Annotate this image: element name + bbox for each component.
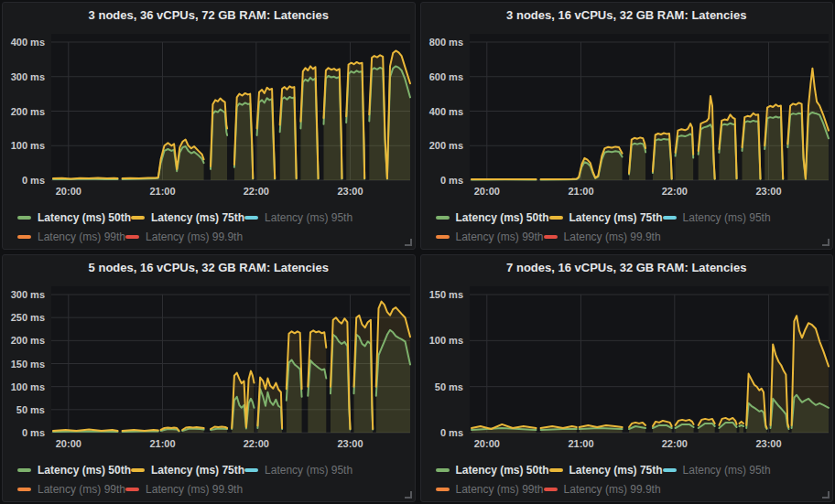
x-tick-label: 21:00 [568, 438, 593, 449]
legend-item-p95[interactable]: Latency (ms) 95th [663, 208, 771, 227]
legend-label: Latency (ms) 50th [38, 211, 131, 224]
y-tick-label: 600 ms [428, 71, 462, 82]
panel-resize-handle-icon[interactable] [405, 491, 412, 499]
p999-series-dash-icon [125, 488, 139, 491]
x-tick-label: 21:00 [568, 186, 593, 197]
p999-series-dash-icon [544, 488, 558, 491]
legend-label: Latency (ms) 99.9th [146, 483, 243, 496]
legend-item-p75[interactable]: Latency (ms) 75th [131, 460, 244, 479]
legend-label: Latency (ms) 95th [265, 211, 352, 224]
legend: Latency (ms) 50thLatency (ms) 75thLatenc… [421, 458, 833, 499]
legend-item-p99[interactable]: Latency (ms) 99th [17, 479, 125, 499]
panel-resize-handle-icon[interactable] [822, 491, 830, 499]
legend-item-p999[interactable]: Latency (ms) 99.9th [544, 227, 661, 246]
panel-title[interactable]: 7 nodes, 16 vCPUs, 32 GB RAM: Latencies [421, 255, 833, 279]
legend-item-p999[interactable]: Latency (ms) 99.9th [544, 479, 661, 499]
legend-item-p75[interactable]: Latency (ms) 75th [549, 208, 663, 227]
x-tick-label: 21:00 [149, 438, 175, 449]
x-tick-label: 23:00 [337, 438, 363, 449]
x-tick-label: 22:00 [661, 186, 687, 197]
panel-5-nodes-16-vcpus: 5 nodes, 16 vCPUs, 32 GB RAM: Latencies … [2, 254, 416, 502]
legend-label: Latency (ms) 95th [265, 464, 352, 477]
y-tick-label: 0 ms [439, 427, 462, 438]
p75-series-dash-icon [131, 468, 145, 472]
p99-series-dash-icon [436, 235, 450, 239]
p50-series-dash-icon [17, 216, 31, 220]
x-tick-label: 23:00 [755, 186, 781, 197]
legend-item-p99[interactable]: Latency (ms) 99th [17, 227, 125, 246]
legend-label: Latency (ms) 99.9th [564, 483, 661, 496]
y-tick-label: 800 ms [428, 37, 462, 48]
legend-item-p50[interactable]: Latency (ms) 50th [436, 460, 549, 479]
legend-label: Latency (ms) 75th [151, 464, 244, 477]
y-tick-label: 400 ms [428, 106, 462, 117]
legend-item-p75[interactable]: Latency (ms) 75th [549, 460, 663, 479]
legend-label: Latency (ms) 95th [683, 464, 771, 477]
legend-item-p95[interactable]: Latency (ms) 95th [244, 208, 352, 227]
legend-label: Latency (ms) 99th [456, 483, 544, 496]
panel-3-nodes-16-vcpus: 3 nodes, 16 vCPUs, 32 GB RAM: Latencies … [420, 2, 834, 250]
legend-item-p999[interactable]: Latency (ms) 99.9th [125, 479, 243, 499]
y-tick-label: 100 ms [11, 140, 45, 151]
latency-chart[interactable]: 0 ms100 ms200 ms300 ms400 ms20:0021:0022… [3, 27, 416, 206]
p99-series-dash-icon [17, 235, 31, 239]
legend-item-p50[interactable]: Latency (ms) 50th [17, 460, 131, 479]
legend-item-p95[interactable]: Latency (ms) 95th [244, 460, 352, 479]
panel-7-nodes-16-vcpus: 7 nodes, 16 vCPUs, 32 GB RAM: Latencies … [420, 254, 834, 502]
p50-series-dash-icon [17, 468, 31, 472]
y-tick-label: 100 ms [11, 381, 45, 392]
panel-resize-handle-icon[interactable] [822, 239, 830, 246]
p999-series-dash-icon [544, 235, 558, 239]
y-tick-label: 400 ms [11, 37, 45, 48]
p95-series-dash-icon [663, 468, 677, 472]
p75-series-dash-icon [131, 216, 145, 220]
y-tick-label: 250 ms [11, 312, 45, 323]
legend-label: Latency (ms) 50th [38, 464, 131, 477]
legend-label: Latency (ms) 95th [683, 211, 771, 224]
panel-3-nodes-36-vcpus: 3 nodes, 36 vCPUs, 72 GB RAM: Latencies … [2, 2, 416, 250]
latency-chart[interactable]: 0 ms200 ms400 ms600 ms800 ms20:0021:0022… [421, 27, 834, 206]
panel-title[interactable]: 3 nodes, 36 vCPUs, 72 GB RAM: Latencies [3, 3, 415, 27]
legend-label: Latency (ms) 99th [38, 231, 125, 243]
panel-title[interactable]: 5 nodes, 16 vCPUs, 32 GB RAM: Latencies [3, 255, 415, 279]
legend-label: Latency (ms) 99th [38, 483, 125, 496]
y-tick-label: 50 ms [434, 381, 462, 392]
y-tick-label: 200 ms [11, 106, 45, 117]
y-tick-label: 0 ms [439, 175, 462, 186]
legend-item-p50[interactable]: Latency (ms) 50th [17, 208, 131, 227]
y-tick-label: 150 ms [428, 289, 462, 300]
legend-item-p999[interactable]: Latency (ms) 99.9th [125, 227, 243, 246]
x-tick-label: 23:00 [755, 438, 781, 449]
legend-label: Latency (ms) 75th [569, 464, 663, 477]
legend-item-p99[interactable]: Latency (ms) 99th [436, 479, 544, 499]
p75-series-dash-icon [549, 468, 563, 472]
p50-series-dash-icon [436, 216, 450, 220]
legend-item-p95[interactable]: Latency (ms) 95th [663, 460, 771, 479]
x-tick-label: 20:00 [56, 186, 81, 197]
y-tick-label: 300 ms [11, 289, 45, 300]
legend-item-p99[interactable]: Latency (ms) 99th [436, 227, 544, 246]
latency-chart[interactable]: 0 ms50 ms100 ms150 ms200 ms250 ms300 ms2… [3, 279, 416, 458]
panel-resize-handle-icon[interactable] [405, 239, 412, 246]
panel-title[interactable]: 3 nodes, 16 vCPUs, 32 GB RAM: Latencies [421, 3, 833, 27]
legend: Latency (ms) 50thLatency (ms) 75thLatenc… [3, 206, 415, 246]
y-tick-label: 200 ms [428, 140, 462, 151]
y-tick-label: 300 ms [11, 71, 45, 82]
x-tick-label: 20:00 [473, 438, 499, 449]
x-tick-label: 22:00 [661, 438, 687, 449]
legend-label: Latency (ms) 50th [456, 211, 549, 224]
x-tick-label: 22:00 [244, 186, 269, 197]
y-tick-label: 50 ms [16, 404, 45, 415]
legend-label: Latency (ms) 99.9th [146, 231, 243, 243]
legend-label: Latency (ms) 50th [456, 464, 549, 477]
legend: Latency (ms) 50thLatency (ms) 75thLatenc… [421, 206, 833, 246]
latency-chart[interactable]: 0 ms50 ms100 ms150 ms20:0021:0022:0023:0… [421, 279, 834, 458]
legend-item-p50[interactable]: Latency (ms) 50th [436, 208, 549, 227]
p999-series-dash-icon [125, 235, 139, 239]
legend-item-p75[interactable]: Latency (ms) 75th [131, 208, 244, 227]
legend-label: Latency (ms) 99th [456, 231, 544, 243]
legend: Latency (ms) 50thLatency (ms) 75thLatenc… [3, 458, 415, 499]
y-tick-label: 0 ms [22, 175, 45, 186]
p99-series-dash-icon [436, 488, 450, 491]
legend-label: Latency (ms) 75th [151, 211, 244, 224]
